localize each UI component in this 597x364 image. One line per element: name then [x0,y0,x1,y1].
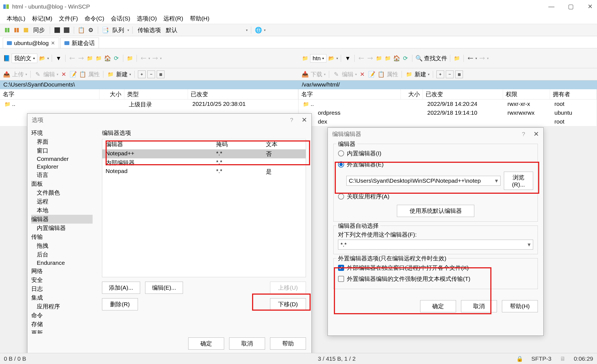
nav-back-icon[interactable]: 🡐 [140,54,147,62]
browse-button[interactable]: 浏览(R)... [504,172,533,190]
find-icon[interactable]: 🔍 [415,54,423,62]
forward-icon[interactable]: 🡒 [366,54,374,62]
new-folder-icon[interactable]: 📁 [107,70,114,78]
tree-item[interactable]: 语言 [31,171,93,179]
drive-icon[interactable]: 📘 [3,54,11,62]
editor-path-input[interactable]: C:\Users\Syant\Desktop\WinSCP\Notepad++\… [346,176,501,186]
tree-item[interactable]: 集成 [31,293,93,302]
rename-icon[interactable]: 📝 [69,70,77,78]
console-icon[interactable] [63,26,70,34]
new-folder-icon[interactable]: 📁 [405,70,413,78]
tree-item[interactable]: Endurance [31,259,93,267]
help-button[interactable]: 帮助(H) [502,300,538,312]
rename-icon[interactable]: 📝 [368,70,376,78]
terminal-icon[interactable] [53,26,61,34]
col-changed[interactable]: 已改变 [423,89,503,99]
tree-item[interactable]: 应用程序 [31,302,93,311]
props-label[interactable]: 属性 [88,70,100,78]
download-icon[interactable]: 📥 [301,70,309,78]
find-label[interactable]: 查找文件 [424,54,447,62]
tree-item[interactable]: 传输 [31,232,93,241]
list-item[interactable]: dex root [298,117,597,126]
sync-icon[interactable] [22,26,30,34]
nav-forward-icon[interactable]: 🡒 [151,54,159,62]
sync-browse-icon[interactable] [3,26,11,34]
open-folder-icon[interactable]: 📂 [38,54,46,62]
radio-internal[interactable]: 内置编辑器(I) [338,148,533,159]
menu-file[interactable]: 文件(F) [57,14,80,23]
upload-icon[interactable]: 📤 [3,70,11,78]
radio-assoc[interactable]: 关联应用程序(A) [338,191,533,202]
open-folder-icon[interactable]: 📂 [328,54,335,62]
tree-item[interactable]: Commander [31,155,93,163]
help-icon[interactable]: ? [290,117,293,123]
back-icon[interactable]: 🡐 [357,54,365,62]
edit-button[interactable]: 编辑(E)... [145,282,183,294]
nav-forward-icon[interactable]: 🡒 [478,54,486,62]
col-size[interactable]: 大小 [401,89,423,99]
tree-item[interactable]: 文件颜色 [31,188,93,197]
col-changed[interactable]: 已改变 [188,89,298,99]
menu-options[interactable]: 选项(O) [135,14,158,23]
local-location-dropdown[interactable]: 我的文 ▾ [12,54,37,63]
table-row[interactable]: 内部编辑器 *.* [102,158,306,167]
tree-item[interactable]: Explorer [31,163,93,171]
select-all-icon[interactable]: ▦ [455,70,463,78]
close-icon[interactable]: ✕ [302,116,307,124]
refresh-icon[interactable]: ⟳ [112,54,120,62]
bookmark-icon[interactable]: 📁 [126,54,134,62]
menu-session[interactable]: 会话(S) [109,14,132,23]
globe-icon[interactable]: 🌐 [255,26,262,34]
sync-label[interactable]: 同步 [32,26,46,34]
col-name[interactable]: 名字 [298,89,401,99]
tree-item[interactable]: 存储 [31,320,93,329]
col-editor[interactable]: 编辑器 [102,139,213,149]
forward-icon[interactable]: 🡒 [77,54,85,62]
up-button[interactable]: 上移(U) [270,282,306,294]
col-text[interactable]: 文本 [263,139,306,149]
mask-input[interactable]: *.* [338,240,533,250]
close-icon[interactable]: ✕ [51,40,55,46]
menu-local[interactable]: 本地(L) [5,14,27,23]
table-row[interactable]: Notepad *.* 是 [102,167,306,176]
delete-button[interactable]: 删除(R) [102,298,138,310]
down-button[interactable]: 下移(D) [270,298,306,310]
session-tab-active[interactable]: ubuntu@blog ✕ [3,38,59,48]
help-button[interactable]: 帮助 [270,337,306,350]
props-label[interactable]: 属性 [387,70,398,78]
queue-label[interactable]: 队列 [111,26,126,34]
nav-back-icon[interactable]: 🡐 [467,54,474,62]
tree-item[interactable]: 拖拽 [31,241,93,250]
tree-item[interactable]: 窗口 [31,146,93,155]
transfer-default[interactable]: 默认 [164,26,179,34]
root-folder-icon[interactable]: 📁 [95,54,103,62]
tree-item[interactable]: 界面 [31,137,93,146]
tree-item[interactable]: 内置编辑器 [31,224,93,232]
ok-button[interactable]: 确定 [188,337,224,350]
home-icon[interactable]: 🏠 [104,54,111,62]
tree-item[interactable]: 面板 [31,179,93,188]
delete-icon[interactable]: ✕ [60,70,68,78]
tree-item[interactable]: 网络 [31,267,93,276]
props-icon[interactable]: 📋 [377,70,385,78]
up-folder-icon[interactable]: 📁 [375,54,383,62]
radio-external[interactable]: 外置编辑器(E) [338,159,533,170]
upload-label[interactable]: 上传 [12,70,24,78]
close-button[interactable]: ✕ [586,3,594,10]
table-row[interactable]: Notepad++ *.* 否 [102,150,306,158]
home-icon[interactable]: 🏠 [393,54,400,62]
edit-label[interactable]: 编辑 [342,70,354,78]
back-icon[interactable]: 🡐 [68,54,76,62]
remote-path[interactable]: /var/www/html/ [298,80,597,89]
help-icon[interactable]: ? [522,131,525,137]
local-path[interactable]: C:\Users\Syant\Documents\ [0,80,298,89]
menu-help[interactable]: 帮助(H) [188,14,211,23]
col-size[interactable]: 大小 [100,89,124,99]
menu-mark[interactable]: 标记(M) [30,14,54,23]
sysdefault-button[interactable]: 使用系统默认编辑器 [397,205,474,217]
edit-icon[interactable]: ✎ [332,70,340,78]
tree-item[interactable]: 本地 [31,206,93,215]
plus-icon[interactable]: + [436,70,444,78]
col-perm[interactable]: 权限 [503,89,550,99]
remote-location-dropdown[interactable]: htn ▾ [310,54,326,62]
